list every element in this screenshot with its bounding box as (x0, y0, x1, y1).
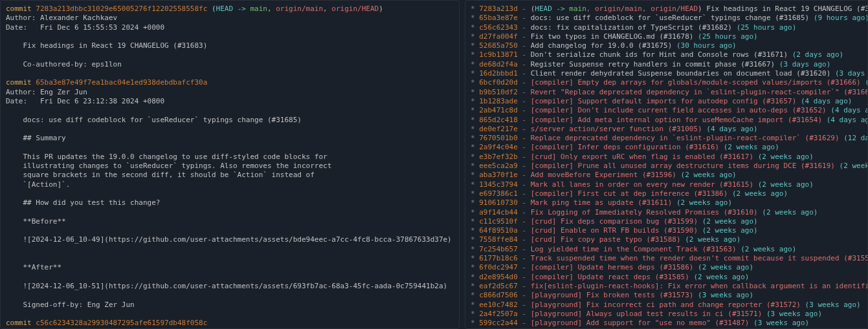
git-oneline-pane[interactable]: * 7283a213d - (HEAD -> main, origin/main… (465, 0, 868, 329)
git-log-pane[interactable]: commit 7283a213dbbc31029e65005276f122025… (0, 0, 460, 329)
